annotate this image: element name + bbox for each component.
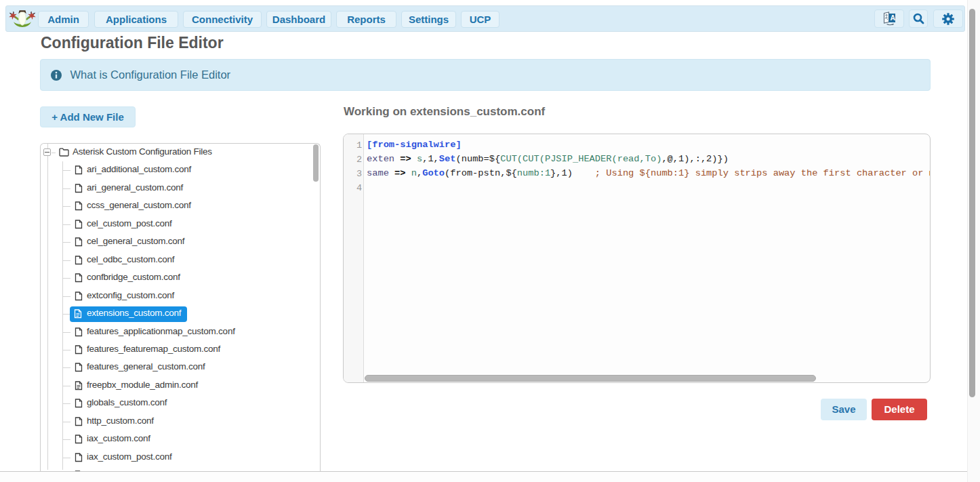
svg-text:A: A xyxy=(891,14,896,22)
